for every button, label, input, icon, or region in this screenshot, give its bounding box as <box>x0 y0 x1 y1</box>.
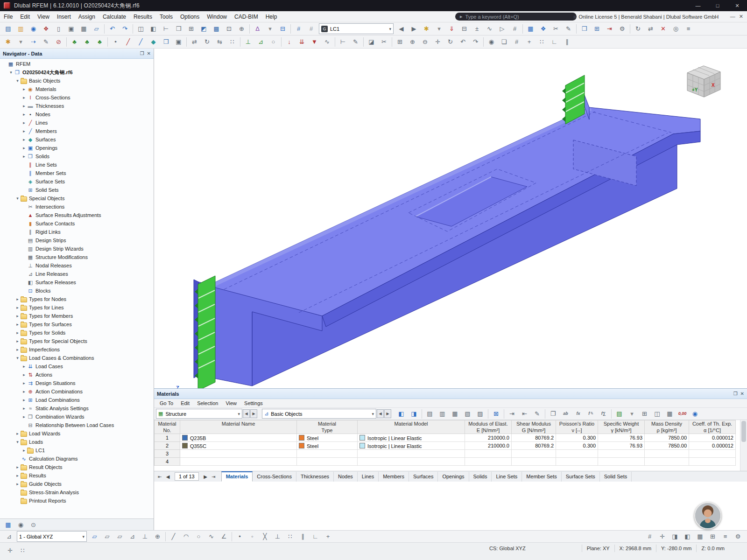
tab-surfaces[interactable]: Surfaces <box>409 472 438 482</box>
expand-arrow-icon[interactable]: ▸ <box>15 322 20 327</box>
tree-item-solid-sets[interactable]: ⊞Solid Sets <box>0 186 154 194</box>
tree-item-load-wizards[interactable]: ▸Load Wizards <box>0 429 154 438</box>
cell-nu[interactable]: 0.300 <box>556 442 598 450</box>
visual-objects-button[interactable]: ❖ <box>537 23 549 35</box>
collapse-arrow-icon[interactable]: ▾ <box>15 78 20 83</box>
tab-thicknesses[interactable]: Thicknesses <box>296 472 334 482</box>
cell-g[interactable] <box>512 450 556 458</box>
first-table-button[interactable]: ⇤ <box>156 473 164 481</box>
tree-item-surface-results-adjustments[interactable]: ▲Surface Results Adjustments <box>0 211 154 219</box>
cell-gam[interactable]: 76.93 <box>598 442 645 450</box>
insert-block-button[interactable]: ⊞ <box>591 23 603 35</box>
snap-more-button[interactable]: + <box>322 531 334 542</box>
new-solid-button[interactable]: ❒ <box>160 36 172 48</box>
units-settings-button[interactable]: ⚙ <box>616 23 628 35</box>
isometric-view-button[interactable]: ◩ <box>198 23 210 35</box>
rotate-objects-button[interactable]: ↻ <box>201 36 213 48</box>
next-view-button[interactable]: ↷ <box>470 36 481 48</box>
expand-arrow-icon[interactable]: ▸ <box>21 95 27 100</box>
tab-openings[interactable]: Openings <box>438 472 469 482</box>
visibility-button[interactable]: ◉ <box>486 36 497 48</box>
animation-button[interactable]: ▷ <box>496 23 508 35</box>
table-scrollbar[interactable] <box>740 420 747 471</box>
select-in-table-button[interactable]: ◧ <box>395 408 407 420</box>
support-near[interactable] <box>195 276 215 391</box>
check-model-arrow-button[interactable]: ▾ <box>264 23 276 35</box>
coordinate-system-combobox[interactable]: 1 - Global XYZ ▾ <box>17 531 87 542</box>
center-view-button[interactable]: ⊕ <box>236 23 247 35</box>
display-properties-button[interactable]: ▩ <box>211 23 222 35</box>
edit-objects-button[interactable]: ✎ <box>40 36 52 48</box>
redo-button[interactable]: ↷ <box>119 23 131 35</box>
tree-item-types-for-solids[interactable]: ▸Types for Solids <box>0 329 154 337</box>
tree-item-design-strips[interactable]: ▤Design Strips <box>0 236 154 245</box>
cell-nu[interactable]: 0.300 <box>556 434 598 442</box>
menu-results[interactable]: Results <box>130 11 156 22</box>
expand-arrow-icon[interactable]: ▸ <box>15 465 20 469</box>
expand-arrow-icon[interactable]: ▸ <box>15 473 20 478</box>
viewport-canvas[interactable]: Z Y X +Y X <box>154 49 747 437</box>
generate-structure-2-button[interactable]: ♣ <box>81 36 93 48</box>
table-view-5-button[interactable]: ▨ <box>474 408 486 420</box>
navigator-display-tab-button[interactable]: ◉ <box>15 519 27 531</box>
expand-arrow-icon[interactable]: ▸ <box>15 482 20 486</box>
windows-tile-button[interactable]: ⊞ <box>185 23 197 35</box>
windows-cascade-button[interactable]: ❒ <box>173 23 184 35</box>
tab-lines[interactable]: Lines <box>358 472 379 482</box>
new-table-button[interactable]: ▦ <box>525 23 536 35</box>
cell-e[interactable]: 210000.0 <box>465 442 512 450</box>
edit-cell-button[interactable]: ✎ <box>531 408 543 420</box>
expand-arrow-icon[interactable]: ▸ <box>21 129 27 133</box>
navigation-cube[interactable]: +Y X <box>687 66 720 97</box>
select-special-button[interactable]: ✱ <box>2 36 14 48</box>
new-opening-button[interactable]: ▣ <box>173 36 184 48</box>
new-model-button[interactable]: ▤ <box>2 23 14 35</box>
tree-item-intersections[interactable]: ✂Intersections <box>0 203 154 211</box>
tree-item-actions[interactable]: ▸⇅Actions <box>0 371 154 379</box>
last-table-button[interactable]: ⇥ <box>210 473 218 481</box>
tree-item-lines[interactable]: ▸╱Lines <box>0 119 154 127</box>
expand-arrow-icon[interactable]: ▸ <box>21 154 27 159</box>
chevron-down-icon[interactable]: ▾ <box>389 27 391 31</box>
tree-item-results[interactable]: ▸Results <box>0 471 154 480</box>
materials-menu-selection[interactable]: Selection <box>193 400 222 406</box>
edit-annotations-button[interactable]: ✎ <box>563 23 574 35</box>
tree-item-printout-reports[interactable]: Printout Reports <box>0 497 154 505</box>
ortho-mode-button[interactable]: ∟ <box>549 36 560 48</box>
tree-item-stress-strain-analysis[interactable]: Stress-Strain Analysis <box>0 488 154 497</box>
tab-solids[interactable]: Solids <box>469 472 492 482</box>
materials-menu-edit[interactable]: Edit <box>177 400 193 406</box>
tab-members[interactable]: Members <box>379 472 409 482</box>
check-model-button[interactable]: Δ <box>252 23 263 35</box>
tree-item-surfaces[interactable]: ▸◆Surfaces <box>0 135 154 144</box>
mirror-objects-button[interactable]: ⇆ <box>214 36 226 48</box>
cell-name[interactable]: Q355C <box>180 442 297 450</box>
array-objects-button[interactable]: ∷ <box>226 36 238 48</box>
user-avatar[interactable] <box>694 502 721 529</box>
tree-item-line-sets[interactable]: ∥Line Sets <box>0 161 154 169</box>
table-view-3-button[interactable]: ▦ <box>449 408 461 420</box>
view-xz-button[interactable]: ◧ <box>148 23 159 35</box>
printout-report-button[interactable]: ▱ <box>91 23 102 35</box>
tree-item-materials[interactable]: ▸◉Materials <box>0 85 154 93</box>
cell-type[interactable] <box>297 458 358 466</box>
formula-fx-button[interactable]: fx <box>572 408 584 420</box>
menu-options[interactable]: Options <box>176 11 203 22</box>
orbit-view-button[interactable]: ↻ <box>444 36 456 48</box>
circle-tool-button[interactable]: ○ <box>193 531 204 542</box>
table-view-1-button[interactable]: ▤ <box>424 408 436 420</box>
tree-item-combination-wizards[interactable]: ▸❐Combination Wizards <box>0 413 154 421</box>
previous-view-button[interactable]: ↶ <box>457 36 469 48</box>
cell-nu[interactable] <box>556 458 598 466</box>
navigator-close-button[interactable]: ✕ <box>147 51 151 56</box>
tree-item-cross-sections[interactable]: ▸ICross-Sections <box>0 93 154 102</box>
maximize-button[interactable]: □ <box>708 0 727 11</box>
tree-item-blocks[interactable]: ⊡Blocks <box>0 287 154 295</box>
tree-item-special-objects[interactable]: ▾Special Objects <box>0 194 154 203</box>
nodal-load-button[interactable]: ↓ <box>283 36 295 48</box>
navigator-float-button[interactable]: ❐ <box>140 51 144 56</box>
cell-g[interactable]: 80769.2 <box>512 442 556 450</box>
select-in-graphic-button[interactable]: ◨ <box>408 408 420 420</box>
menu-window[interactable]: Window <box>203 11 231 22</box>
minimize-button[interactable]: — <box>688 0 708 11</box>
